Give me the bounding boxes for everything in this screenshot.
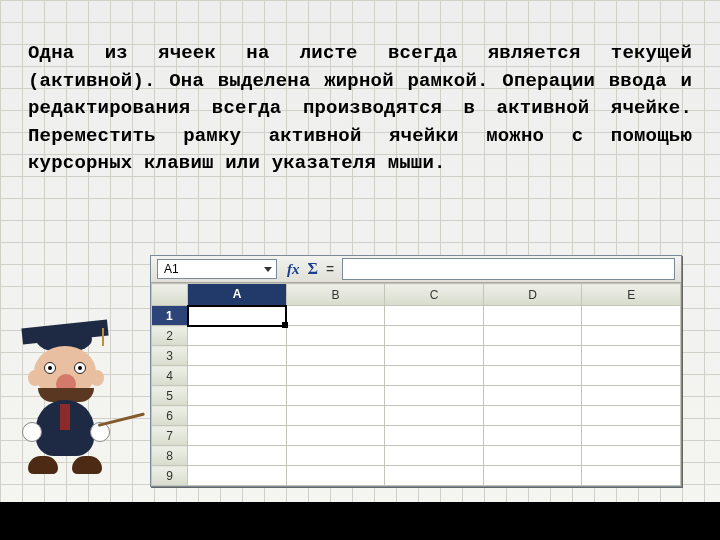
col-header-a[interactable]: A	[188, 284, 287, 306]
row-header-9[interactable]: 9	[152, 466, 188, 486]
cell[interactable]	[582, 466, 681, 486]
cell[interactable]	[483, 306, 582, 326]
cell[interactable]	[385, 386, 484, 406]
cell[interactable]	[286, 366, 385, 386]
cell[interactable]	[483, 346, 582, 366]
col-header-c[interactable]: C	[385, 284, 484, 306]
row-header-3[interactable]: 3	[152, 346, 188, 366]
cell[interactable]	[188, 426, 287, 446]
cell[interactable]	[286, 426, 385, 446]
cell[interactable]	[483, 406, 582, 426]
cell[interactable]	[483, 446, 582, 466]
cell[interactable]	[188, 346, 287, 366]
cell[interactable]	[188, 326, 287, 346]
cell-a1[interactable]	[188, 306, 287, 326]
col-header-d[interactable]: D	[483, 284, 582, 306]
cell[interactable]	[188, 366, 287, 386]
name-box-value: A1	[164, 262, 179, 276]
cell[interactable]	[483, 326, 582, 346]
row-header-4[interactable]: 4	[152, 366, 188, 386]
cell[interactable]	[582, 366, 681, 386]
spreadsheet-screenshot: A1 fx Σ = A B C D E 1 2 3	[150, 255, 682, 487]
select-all-corner[interactable]	[152, 284, 188, 306]
cell[interactable]	[286, 466, 385, 486]
slide: Одна из ячеек на листе всегда является т…	[0, 0, 720, 540]
cell[interactable]	[286, 326, 385, 346]
cell[interactable]	[385, 326, 484, 346]
formula-bar: A1 fx Σ =	[151, 256, 681, 283]
cell[interactable]	[286, 386, 385, 406]
col-header-e[interactable]: E	[582, 284, 681, 306]
formula-input[interactable]	[342, 258, 675, 280]
cell[interactable]	[582, 306, 681, 326]
cell[interactable]	[286, 446, 385, 466]
cell[interactable]	[188, 406, 287, 426]
row-header-8[interactable]: 8	[152, 446, 188, 466]
cell[interactable]	[188, 446, 287, 466]
cell[interactable]	[582, 346, 681, 366]
cell[interactable]	[188, 466, 287, 486]
cell[interactable]	[385, 446, 484, 466]
cell[interactable]	[483, 466, 582, 486]
cell[interactable]	[582, 406, 681, 426]
cell[interactable]	[286, 306, 385, 326]
mascot-illustration	[0, 326, 143, 486]
col-header-b[interactable]: B	[286, 284, 385, 306]
cell[interactable]	[483, 426, 582, 446]
cell[interactable]	[286, 406, 385, 426]
cell[interactable]	[385, 426, 484, 446]
cell[interactable]	[385, 346, 484, 366]
row-header-6[interactable]: 6	[152, 406, 188, 426]
row-header-5[interactable]: 5	[152, 386, 188, 406]
row-header-2[interactable]: 2	[152, 326, 188, 346]
row-header-1[interactable]: 1	[152, 306, 188, 326]
cell[interactable]	[582, 446, 681, 466]
cell[interactable]	[582, 326, 681, 346]
cell[interactable]	[582, 386, 681, 406]
cell[interactable]	[385, 306, 484, 326]
cell[interactable]	[385, 406, 484, 426]
explanation-paragraph: Одна из ячеек на листе всегда является т…	[28, 40, 692, 178]
chevron-down-icon[interactable]	[264, 267, 272, 272]
cell[interactable]	[385, 466, 484, 486]
cell[interactable]	[286, 346, 385, 366]
cell[interactable]	[483, 366, 582, 386]
sigma-icon[interactable]: Σ	[308, 260, 318, 278]
cell[interactable]	[188, 386, 287, 406]
cell[interactable]	[582, 426, 681, 446]
row-header-7[interactable]: 7	[152, 426, 188, 446]
name-box[interactable]: A1	[157, 259, 277, 279]
fx-icon[interactable]: fx	[287, 261, 300, 278]
cell-grid[interactable]: A B C D E 1 2 3 4 5 6 7 8 9	[151, 283, 681, 486]
equals-label: =	[326, 261, 334, 277]
cell[interactable]	[385, 366, 484, 386]
cell[interactable]	[483, 386, 582, 406]
